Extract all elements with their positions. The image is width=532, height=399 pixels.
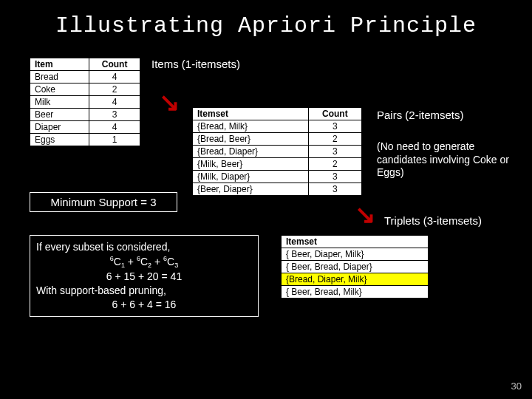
calc-line-2: 6C1 + 6C2 + 6C3 bbox=[36, 254, 252, 270]
page-title: Illustrating Apriori Principle bbox=[0, 0, 532, 46]
cell: { Beer, Bread, Diaper} bbox=[282, 261, 429, 273]
pairs-header-count: Count bbox=[308, 108, 361, 120]
cell: {Milk, Diaper} bbox=[193, 171, 309, 183]
table-row: {Milk, Diaper}3 bbox=[193, 171, 362, 183]
cell: Beer bbox=[30, 109, 89, 121]
cell: 4 bbox=[89, 71, 140, 83]
txt: + bbox=[125, 256, 137, 267]
cell: 3 bbox=[308, 183, 361, 196]
cell: {Bread, Diaper, Milk} bbox=[282, 273, 429, 286]
cell: Coke bbox=[30, 83, 89, 96]
minimum-support-box: Minimum Support = 3 bbox=[30, 192, 177, 212]
cell: {Bread, Milk} bbox=[193, 120, 309, 133]
cell: 4 bbox=[89, 96, 140, 109]
table-row: { Beer, Bread, Milk} bbox=[282, 286, 429, 299]
pairs-table: Itemset Count {Bread, Milk}3 {Bread, Bee… bbox=[192, 107, 362, 196]
cell: 1 bbox=[89, 134, 140, 146]
table-row: {Beer, Diaper}3 bbox=[193, 183, 362, 196]
label-pairs: Pairs (2-itemsets) bbox=[377, 109, 464, 121]
table-row: Coke2 bbox=[30, 83, 140, 96]
txt: C bbox=[140, 256, 148, 267]
txt: C bbox=[114, 256, 121, 267]
label-items: Items (1-itemsets) bbox=[151, 58, 240, 70]
calc-line-1: If every subset is considered, bbox=[36, 241, 170, 253]
table-row: Eggs1 bbox=[30, 134, 140, 146]
table-row: { Beer, Diaper, Milk} bbox=[282, 248, 429, 261]
cell: 3 bbox=[308, 171, 361, 183]
arrow-down-right-icon: ↘ bbox=[159, 87, 180, 117]
items-header-item: Item bbox=[30, 58, 89, 71]
arrow-down-right-icon: ↘ bbox=[355, 200, 375, 229]
calculation-box: If every subset is considered, 6C1 + 6C2… bbox=[30, 235, 259, 317]
items-header-count: Count bbox=[89, 58, 140, 71]
triplets-table: Itemset { Beer, Diaper, Milk} { Beer, Br… bbox=[281, 235, 429, 299]
cell: 2 bbox=[308, 133, 361, 146]
cell: Milk bbox=[30, 96, 89, 109]
table-row: {Bread, Diaper}3 bbox=[193, 146, 362, 158]
cell: {Beer, Diaper} bbox=[193, 183, 309, 196]
cell: Eggs bbox=[30, 134, 89, 146]
table-row: {Bread, Beer}2 bbox=[193, 133, 362, 146]
table-row: {Milk, Beer}2 bbox=[193, 158, 362, 171]
cell: Bread bbox=[30, 71, 89, 83]
cell: { Beer, Diaper, Milk} bbox=[282, 248, 429, 261]
triplets-header: Itemset bbox=[282, 236, 429, 248]
cell: 3 bbox=[89, 109, 140, 121]
cell: 2 bbox=[89, 83, 140, 96]
calc-line-5: 6 + 6 + 4 = 16 bbox=[36, 298, 252, 312]
table-row: Milk4 bbox=[30, 96, 140, 109]
cell: 4 bbox=[89, 121, 140, 134]
pairs-header-itemset: Itemset bbox=[193, 108, 309, 120]
cell: {Bread, Beer} bbox=[193, 133, 309, 146]
sub: 3 bbox=[174, 262, 178, 269]
calc-line-3: 6 + 15 + 20 = 41 bbox=[36, 270, 252, 284]
table-row: { Beer, Bread, Diaper} bbox=[282, 261, 429, 273]
table-row-highlighted: {Bread, Diaper, Milk} bbox=[282, 273, 429, 286]
cell: 2 bbox=[308, 158, 361, 171]
table-row: {Bread, Milk}3 bbox=[193, 120, 362, 133]
note-coke-eggs: (No need to generate candidates involvin… bbox=[377, 140, 525, 180]
cell: {Bread, Diaper} bbox=[193, 146, 309, 158]
cell: Diaper bbox=[30, 121, 89, 134]
table-row: Beer3 bbox=[30, 109, 140, 121]
label-triplets: Triplets (3-itemsets) bbox=[384, 214, 482, 227]
cell: 3 bbox=[308, 146, 361, 158]
txt: + bbox=[151, 256, 163, 267]
items-table: Item Count Bread4 Coke2 Milk4 Beer3 Diap… bbox=[30, 58, 140, 146]
cell: { Beer, Bread, Milk} bbox=[282, 286, 429, 299]
cell: {Milk, Beer} bbox=[193, 158, 309, 171]
table-row: Bread4 bbox=[30, 71, 140, 83]
page-number: 30 bbox=[511, 381, 522, 392]
table-row: Diaper4 bbox=[30, 121, 140, 134]
txt: C bbox=[167, 256, 174, 267]
cell: 3 bbox=[308, 120, 361, 133]
calc-line-4: With support-based pruning, bbox=[36, 284, 166, 296]
